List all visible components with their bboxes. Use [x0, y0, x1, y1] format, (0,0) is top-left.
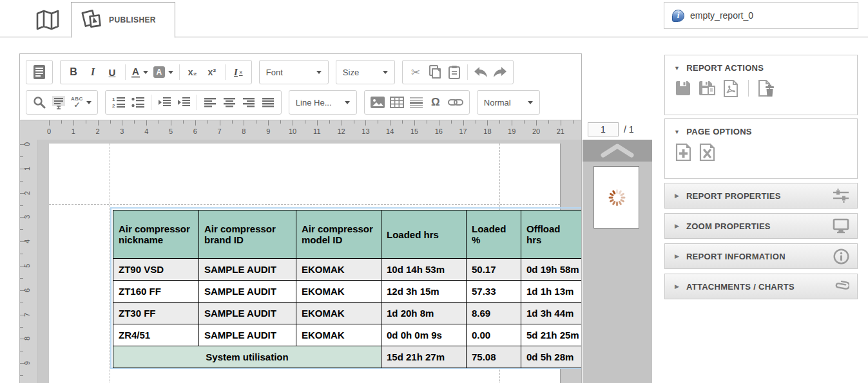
font-dropdown[interactable]: Font [259, 60, 329, 84]
table-cell[interactable]: 0d 19h 58m [521, 259, 583, 281]
table-cell[interactable]: ZT160 FF [113, 281, 199, 303]
table-footer-cell[interactable]: 15d 21h 27m [381, 346, 467, 368]
table-cell[interactable]: ZT90 VSD [113, 259, 199, 281]
column-header[interactable]: Loaded % [467, 210, 521, 259]
insert-link-button[interactable] [447, 93, 465, 112]
line-height-dropdown[interactable]: Line He... [289, 90, 357, 115]
spellcheck-icon: ABC ✓ [71, 97, 83, 109]
add-page-button[interactable] [674, 143, 692, 161]
numbered-list-button[interactable]: 1 2 [110, 93, 127, 112]
document-canvas[interactable]: Air compressor nicknameAir compressor br… [38, 140, 582, 383]
report-name-box[interactable]: i empty_report_0 [664, 2, 858, 29]
column-header[interactable]: Air compressor model ID [296, 210, 381, 259]
decrease-indent-button[interactable] [156, 93, 173, 112]
column-header[interactable]: Offload hrs [521, 210, 583, 259]
align-left-button[interactable] [202, 93, 218, 112]
map-tab-button[interactable] [34, 6, 62, 33]
table-footer-cell[interactable]: 75.08 [467, 346, 521, 368]
copy-button[interactable] [427, 62, 443, 82]
delete-page-button[interactable] [698, 143, 716, 161]
table-cell[interactable]: SAMPLE AUDIT [199, 259, 296, 281]
redo-button[interactable] [492, 62, 508, 82]
delete-report-button[interactable] [757, 79, 775, 97]
panel-attachments-charts[interactable]: ▶ ATTACHMENTS / CHARTS [664, 274, 858, 299]
panel-report-actions: ▼ REPORT ACTIONS [664, 55, 858, 115]
panel-report-properties[interactable]: ▶ REPORT PROPERTIES [664, 183, 858, 209]
superscript-button[interactable]: x² [204, 62, 220, 82]
system-utilisation-cell[interactable]: System utilisation [113, 346, 381, 368]
column-header[interactable]: Air compressor nickname [113, 210, 199, 259]
remove-format-button[interactable]: I× [230, 62, 247, 82]
table-cell[interactable]: EKOMAK [296, 303, 381, 324]
table-cell[interactable]: 5d 21h 25m [521, 324, 583, 346]
cut-button[interactable]: ✂ [407, 62, 424, 82]
ruler-tick [73, 120, 74, 126]
increase-indent-button[interactable] [175, 93, 192, 112]
templates-button[interactable] [31, 62, 48, 82]
subscript-button[interactable]: x₂ [184, 62, 201, 82]
ruler-number: 13 [362, 127, 369, 135]
table-cell[interactable]: 12d 3h 15m [381, 281, 467, 303]
panel-page-options-header[interactable]: ▼ PAGE OPTIONS [665, 119, 857, 136]
table-cell[interactable]: ZT30 FF [113, 303, 199, 324]
icon-separator [748, 80, 749, 97]
insert-horizontal-line-button[interactable] [408, 93, 425, 112]
compressor-table[interactable]: Air compressor nicknameAir compressor br… [113, 210, 582, 368]
current-page-input[interactable] [588, 122, 619, 136]
table-cell[interactable]: SAMPLE AUDIT [199, 324, 296, 346]
underline-button[interactable]: U [104, 62, 121, 82]
table-cell[interactable]: EKOMAK [296, 259, 381, 281]
save-report-as-button[interactable] [698, 79, 716, 97]
table-cell[interactable]: 0.00 [467, 324, 521, 346]
panel-report-information[interactable]: ▶ REPORT INFORMATION [664, 243, 858, 269]
column-header[interactable]: Loaded hrs [381, 210, 467, 259]
table-cell[interactable]: 0d 0h 0m 9s [381, 324, 467, 346]
insert-table-button[interactable] [389, 93, 405, 112]
spellcheck-button[interactable]: ABC ✓ [70, 93, 93, 112]
panel-report-actions-header[interactable]: ▼ REPORT ACTIONS [665, 55, 857, 73]
table-cell[interactable]: ZR4/51 [113, 324, 199, 346]
find-button[interactable] [31, 93, 48, 112]
table-cell[interactable]: EKOMAK [296, 281, 381, 303]
bold-button[interactable]: B [65, 62, 82, 82]
justify-button[interactable] [260, 93, 276, 112]
undo-button[interactable] [472, 62, 489, 82]
insert-image-button[interactable] [369, 93, 386, 112]
delete-report-icon [758, 80, 775, 97]
ruler-tick [244, 120, 244, 126]
table-cell[interactable]: 8.69 [467, 303, 521, 324]
ruler-number: 2 [96, 127, 100, 135]
table-cell[interactable]: 1d 20h 8m [381, 303, 467, 324]
scroll-pages-up-button[interactable] [583, 140, 652, 162]
align-center-button[interactable] [221, 93, 238, 112]
select-all-button[interactable] [50, 93, 67, 112]
italic-button[interactable]: I [84, 62, 101, 82]
text-color-button[interactable]: A [130, 62, 149, 82]
table-footer-cell[interactable]: 0d 5h 28m [521, 346, 583, 368]
bulleted-list-button[interactable] [130, 93, 146, 112]
table-cell[interactable]: 50.17 [467, 259, 521, 281]
column-header[interactable]: Air compressor brand ID [199, 210, 296, 259]
background-color-button[interactable]: A [152, 62, 175, 82]
paste-button[interactable] [446, 62, 463, 82]
page-thumbnail[interactable] [593, 166, 639, 229]
table-cell[interactable]: EKOMAK [296, 324, 381, 346]
panel-zoom-properties[interactable]: ▶ ZOOM PROPERTIES [664, 213, 858, 239]
table-cell[interactable]: 1d 1h 13m [521, 281, 583, 303]
sliders-icon [833, 188, 849, 203]
tab-publisher[interactable]: PUBLISHER [71, 2, 175, 38]
ruler-half-tick [499, 120, 500, 124]
table-cell[interactable]: SAMPLE AUDIT [199, 303, 296, 324]
paragraph-format-dropdown[interactable]: Normal [477, 90, 540, 115]
ruler-corner [20, 120, 38, 140]
export-pdf-button[interactable] [722, 79, 740, 97]
table-cell[interactable]: 1d 3h 44m [521, 303, 583, 324]
table-cell[interactable]: SAMPLE AUDIT [199, 281, 296, 303]
save-report-button[interactable] [674, 79, 692, 97]
total-pages-label: / 1 [624, 124, 634, 135]
table-cell[interactable]: 10d 14h 53m [381, 259, 467, 281]
special-character-button[interactable]: Ω [427, 93, 444, 112]
table-cell[interactable]: 57.33 [467, 281, 521, 303]
align-right-button[interactable] [240, 93, 257, 112]
size-dropdown[interactable]: Size [336, 60, 395, 84]
